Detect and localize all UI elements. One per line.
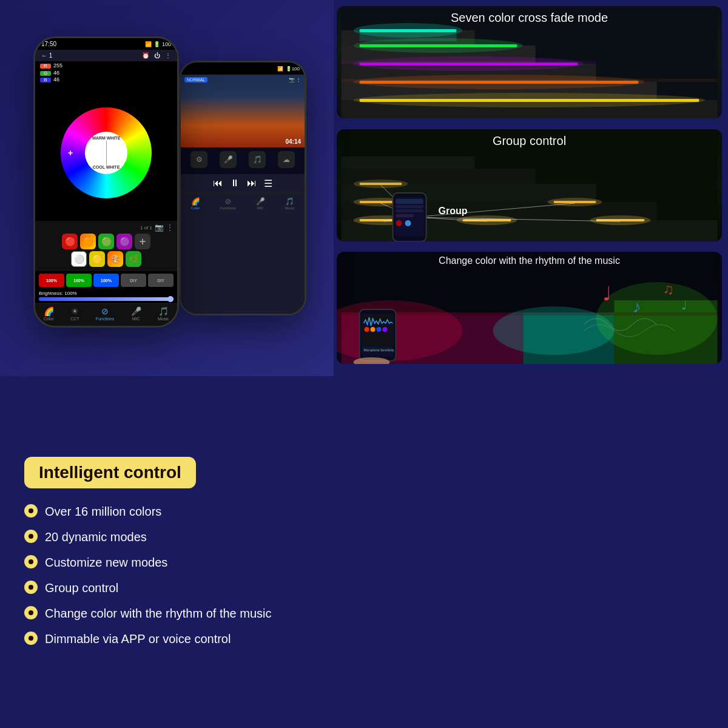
scene-orange[interactable]: 🟠 xyxy=(80,234,96,249)
diy-button-2[interactable]: DIY xyxy=(148,274,174,287)
svg-rect-76 xyxy=(363,340,393,345)
ph2-header: 📷 ⋮ xyxy=(289,77,301,83)
ph2-btn-3[interactable]: 🎵 xyxy=(249,151,266,168)
svg-text:Group: Group xyxy=(439,206,468,216)
normal-badge: NORMAL xyxy=(184,77,207,83)
features-panel: Intelligent control Over 16 million colo… xyxy=(0,376,334,728)
scene-yellow[interactable]: 🟡 xyxy=(89,251,105,267)
music-svg: ♩ ♪ ♫ ♩ xyxy=(337,252,722,364)
bullet-1 xyxy=(24,504,38,517)
nav-color[interactable]: 🌈 Color xyxy=(44,306,54,321)
diy-button-1[interactable]: DIY xyxy=(121,274,146,287)
svg-point-11 xyxy=(354,38,524,53)
nav-cct[interactable]: ☀ CCT xyxy=(70,306,79,321)
g-value: 46 xyxy=(53,70,59,77)
menu-top-icon: ⋮ xyxy=(296,77,301,83)
ph2-mic-icon: 🎤 xyxy=(256,197,265,206)
scene-add[interactable]: + xyxy=(135,234,150,249)
warm-white-label: WARM WHITE xyxy=(92,136,121,141)
ph2-bottom-nav: 🌈 Color ⊘ Functions 🎤 MIC xyxy=(181,193,305,216)
cool-white-label: COOL WHITE xyxy=(93,165,120,170)
feature-3: Customize new modes xyxy=(24,554,309,571)
scene-green[interactable]: 🟢 xyxy=(98,234,114,249)
list-button[interactable]: ☰ xyxy=(264,178,272,189)
r-label: R xyxy=(40,64,51,69)
forward-button[interactable]: ⏭ xyxy=(247,178,257,189)
rainbow-icon: 🌈 xyxy=(44,306,54,316)
sun-icon: ☀ xyxy=(71,306,79,316)
music-icon: 🎵 xyxy=(158,306,169,316)
svg-rect-50 xyxy=(396,205,423,208)
svg-point-9 xyxy=(354,23,463,38)
power-icon[interactable]: ⏻ xyxy=(154,52,160,59)
scene-multicolor[interactable]: 🎨 xyxy=(107,251,123,267)
nav-functions[interactable]: ⊘ Functions xyxy=(96,306,114,321)
battery-level: 100 xyxy=(162,41,171,47)
right-section: Seven color cross fade mode xyxy=(334,0,728,376)
phone-area: 17:50 📶 🔋 100 ← 1 ⏰ ⏻ ⋮ xyxy=(0,0,334,376)
r-value: 255 xyxy=(53,62,62,70)
nav-back[interactable]: ← 1 xyxy=(41,52,52,59)
color-wheel-container[interactable]: + WARM WHITE COOL WHITE xyxy=(35,85,177,221)
ph2-nav-color[interactable]: 🌈 Color xyxy=(191,197,200,210)
svg-rect-19 xyxy=(342,61,596,64)
music-label: Change color with the rhythm of the musi… xyxy=(337,255,722,266)
ph2-rainbow-icon: 🌈 xyxy=(191,197,200,206)
scene-white[interactable]: ⚪ xyxy=(71,251,87,267)
feature-6-text: Dimmable via APP or voice control xyxy=(45,630,231,647)
sunset-background xyxy=(181,75,305,147)
ph2-btn-1[interactable]: ⚙ xyxy=(190,151,207,168)
menu-icon[interactable]: ⋮ xyxy=(165,52,171,59)
pause-button[interactable]: ⏸ xyxy=(230,178,240,189)
ph2-nav-music[interactable]: 🎵 Music xyxy=(285,197,295,210)
bottom-section: Intelligent control Over 16 million colo… xyxy=(0,376,728,728)
camera-top-icon: 📷 xyxy=(289,77,295,83)
brightness-bar[interactable] xyxy=(39,297,174,301)
feature-1: Over 16 million colors xyxy=(24,503,309,520)
status-bar: 17:50 📶 🔋 100 xyxy=(35,38,177,50)
red-button[interactable]: 100% xyxy=(39,274,64,287)
color-wheel[interactable]: + WARM WHITE COOL WHITE xyxy=(61,107,152,198)
ph2-status-bar: 📶 🔋100 xyxy=(181,62,305,75)
scene-red[interactable]: 🔴 xyxy=(62,234,78,249)
scene-row-1: 🔴 🟠 🟢 🟣 + xyxy=(39,234,174,249)
ph2-btn-2[interactable]: 🎤 xyxy=(220,151,237,168)
ph2-nav-mic[interactable]: 🎤 MIC xyxy=(256,197,265,210)
alarm-icon[interactable]: ⏰ xyxy=(142,52,149,59)
crosshair-icon: + xyxy=(68,148,73,158)
ph2-functions-icon: ⊘ xyxy=(225,197,231,206)
nav-color-label: Color xyxy=(44,317,54,321)
svg-rect-51 xyxy=(396,209,423,212)
nav-mic[interactable]: 🎤 MIC xyxy=(131,306,141,321)
feature-1-text: Over 16 million colors xyxy=(45,503,161,520)
feature-6: Dimmable via APP or voice control xyxy=(24,630,309,647)
svg-point-17 xyxy=(354,93,706,107)
functions-icon: ⊘ xyxy=(101,306,109,316)
rewind-button[interactable]: ⏮ xyxy=(213,178,223,189)
ph2-photo-area: 📷 ⋮ 04:14 NORMAL xyxy=(181,75,305,147)
svg-point-71 xyxy=(365,327,369,332)
scene-nature[interactable]: 🌿 xyxy=(126,251,141,267)
scene-purple[interactable]: 🟣 xyxy=(116,234,132,249)
svg-point-54 xyxy=(405,220,411,226)
green-button[interactable]: 100% xyxy=(66,274,92,287)
svg-point-37 xyxy=(354,180,408,188)
svg-text:♫: ♫ xyxy=(663,281,674,297)
camera-icon: 📷 xyxy=(155,223,164,232)
ph2-nav-functions[interactable]: ⊘ Functions xyxy=(220,197,236,210)
bullet-5 xyxy=(24,606,38,619)
nav-music[interactable]: 🎵 Music xyxy=(158,306,169,321)
b-label: B xyxy=(40,78,51,83)
svg-point-31 xyxy=(590,215,651,225)
ph2-btn-4[interactable]: ☁ xyxy=(278,151,295,168)
brightness-thumb[interactable] xyxy=(167,296,174,302)
svg-rect-52 xyxy=(396,214,414,217)
svg-rect-25 xyxy=(342,157,475,169)
white-center: WARM WHITE COOL WHITE xyxy=(85,132,127,174)
feature-4: Group control xyxy=(24,579,309,596)
bullet-6 xyxy=(24,632,38,645)
blue-button[interactable]: 100% xyxy=(93,274,119,287)
feature-5-text: Change color with the rhythm of the musi… xyxy=(45,605,272,622)
svg-rect-75 xyxy=(363,334,393,339)
svg-rect-49 xyxy=(396,199,423,204)
